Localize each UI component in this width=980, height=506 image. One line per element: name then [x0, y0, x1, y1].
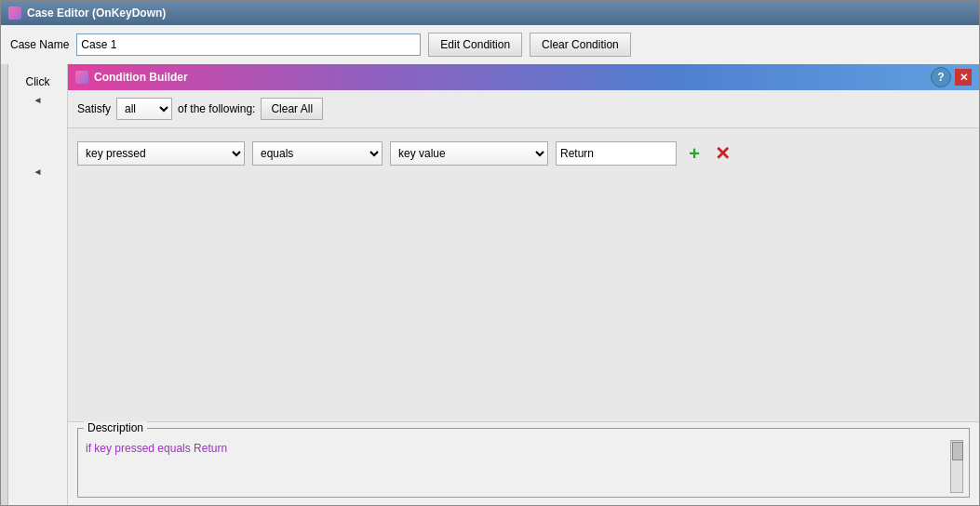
main-window: Case Editor (OnKeyDown) Case Name Edit C…	[0, 0, 980, 506]
edit-condition-button[interactable]: Edit Condition	[428, 33, 522, 57]
description-content: if key pressed equals Return	[84, 433, 963, 493]
condition-builder-title-area: Condition Builder	[75, 71, 188, 84]
condition-builder: Condition Builder ? ✕ Satisfy all any	[68, 64, 979, 505]
description-area: Description if key pressed equals Return	[68, 421, 979, 505]
clear-condition-button[interactable]: Clear Condition	[530, 33, 631, 57]
add-condition-button[interactable]: +	[684, 143, 705, 164]
click-label: Click	[24, 72, 52, 92]
key-value-select[interactable]: key value key name key code	[390, 141, 548, 166]
collapse-arrow-1[interactable]: ◄	[28, 92, 48, 108]
field-select[interactable]: key pressed mouse button modifier key	[77, 141, 245, 166]
body-area: Click ◄ ◄ Condition Builder	[1, 64, 979, 505]
title-bar-icon	[8, 7, 21, 20]
main-content: Case Name Edit Condition Clear Condition…	[1, 25, 979, 505]
description-scroll-thumb[interactable]	[952, 442, 963, 460]
help-button[interactable]: ?	[931, 67, 951, 87]
left-sidebar: Click ◄ ◄	[8, 64, 68, 505]
condition-builder-icon	[75, 71, 88, 84]
conditions-area: key pressed mouse button modifier key eq…	[68, 128, 979, 421]
left-edge-bar	[1, 64, 8, 505]
operator-select[interactable]: equals not equals	[252, 141, 383, 166]
case-name-input[interactable]	[76, 33, 421, 56]
description-fieldset: Description if key pressed equals Return	[77, 428, 970, 498]
title-bar: Case Editor (OnKeyDown)	[1, 1, 979, 25]
description-legend: Description	[84, 421, 147, 434]
clear-all-button[interactable]: Clear All	[261, 98, 323, 120]
close-button[interactable]: ✕	[955, 69, 972, 86]
arrow-icon-2: ◄	[34, 166, 43, 177]
title-bar-text: Case Editor (OnKeyDown)	[27, 7, 166, 20]
collapse-arrow-2[interactable]: ◄	[28, 164, 48, 180]
satisfy-row: Satisfy all any none of the following: C…	[68, 90, 979, 128]
of-following-label: of the following:	[178, 102, 255, 115]
description-scrollbar[interactable]	[950, 440, 963, 493]
satisfy-label: Satisfy	[77, 102, 111, 115]
description-text: if key pressed equals Return	[84, 440, 950, 493]
condition-row: key pressed mouse button modifier key eq…	[77, 138, 970, 169]
condition-builder-header: Condition Builder ? ✕	[68, 64, 979, 90]
condition-value-input[interactable]	[556, 141, 677, 166]
case-name-label: Case Name	[10, 38, 69, 51]
condition-builder-title: Condition Builder	[94, 71, 188, 84]
case-name-row: Case Name Edit Condition Clear Condition	[1, 25, 979, 64]
satisfy-select[interactable]: all any none	[116, 98, 172, 120]
remove-condition-button[interactable]: ✕	[712, 143, 732, 164]
arrow-icon-1: ◄	[34, 95, 43, 105]
condition-builder-header-btns: ? ✕	[931, 67, 972, 87]
right-content: Condition Builder ? ✕ Satisfy all any	[68, 64, 979, 505]
